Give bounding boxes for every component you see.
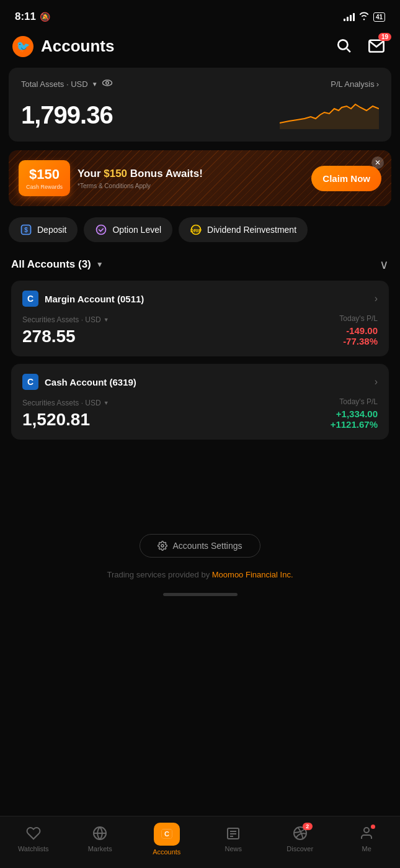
assets-chart bbox=[280, 95, 379, 129]
pl-value-1: +1,334.00 bbox=[331, 409, 378, 419]
account-card-header: C Margin Account (0511) › bbox=[22, 291, 378, 307]
deposit-icon: $ bbox=[20, 224, 32, 236]
total-assets-value: 1,799.36 bbox=[21, 101, 113, 129]
action-row: $ Deposit Option Level DRIP Dividend Rei… bbox=[0, 215, 400, 251]
assets-label-text: Total Assets · USD bbox=[21, 79, 88, 89]
nav-me[interactable]: Me bbox=[348, 826, 385, 852]
discover-badge: 2 bbox=[303, 823, 313, 830]
svg-line-3 bbox=[347, 48, 350, 52]
assets-chevron-icon[interactable]: ▼ bbox=[104, 400, 109, 406]
assets-card: Total Assets · USD ▼ P/L Analysis › 1,79… bbox=[9, 68, 391, 142]
dividend-reinvestment-button[interactable]: DRIP Dividend Reinvestment bbox=[179, 217, 308, 242]
assets-header: Total Assets · USD ▼ P/L Analysis › bbox=[21, 79, 379, 89]
option-level-button[interactable]: Option Level bbox=[84, 217, 172, 242]
app-logo: 🐦 bbox=[12, 36, 33, 57]
svg-point-5 bbox=[102, 80, 112, 86]
assets-label: Securities Assets · USD ▼ bbox=[22, 315, 109, 324]
accounts-dropdown-icon[interactable]: ▼ bbox=[96, 260, 104, 269]
chevron-right-icon: › bbox=[376, 79, 379, 89]
pl-value-2: +1121.67% bbox=[331, 419, 378, 430]
home-indicator bbox=[163, 593, 238, 596]
assets-body: 1,799.36 bbox=[21, 95, 379, 129]
account-logo: C bbox=[22, 291, 38, 307]
account-chevron-icon: › bbox=[375, 293, 378, 304]
svg-point-6 bbox=[105, 81, 109, 84]
footer: Trading services provided by Moomoo Fina… bbox=[0, 570, 400, 589]
svg-point-2 bbox=[338, 40, 347, 49]
securities-assets-value: 1,520.81 bbox=[22, 410, 109, 430]
discover-icon-container: 2 bbox=[293, 826, 308, 843]
footer-link[interactable]: Moomoo Financial Inc. bbox=[212, 570, 293, 579]
account-card-header: C Cash Account (6319) › bbox=[22, 374, 378, 390]
account-name: C Margin Account (0511) bbox=[22, 291, 144, 307]
account-logo: C bbox=[22, 374, 38, 390]
nav-discover[interactable]: 2 Discover bbox=[282, 826, 319, 852]
assets-label: Securities Assets · USD ▼ bbox=[22, 399, 109, 407]
settings-icon bbox=[158, 541, 167, 551]
securities-assets-value: 278.55 bbox=[22, 327, 109, 346]
page-title: Accounts bbox=[41, 37, 114, 56]
search-icon bbox=[336, 37, 352, 53]
close-banner-button[interactable]: ✕ bbox=[371, 156, 384, 169]
bonus-ticket-label: Cash Rewards bbox=[26, 184, 63, 190]
status-time: 8:11 bbox=[15, 11, 36, 23]
svg-point-12 bbox=[161, 545, 164, 547]
mail-button[interactable]: 19 bbox=[365, 35, 388, 57]
svg-point-22 bbox=[364, 828, 369, 833]
bottom-nav: Watchlists Markets C Accounts bbox=[0, 816, 400, 868]
nav-watchlists[interactable]: Watchlists bbox=[15, 826, 52, 852]
status-icons: 41 bbox=[344, 12, 385, 22]
me-icon-container bbox=[359, 826, 374, 843]
news-icon-container bbox=[226, 826, 241, 843]
account-chevron-icon: › bbox=[375, 376, 378, 387]
eye-icon[interactable] bbox=[102, 79, 113, 89]
pl-analysis-link[interactable]: P/L Analysis › bbox=[331, 79, 379, 89]
svg-text:DRIP: DRIP bbox=[190, 228, 202, 233]
currency-chevron-icon[interactable]: ▼ bbox=[92, 81, 98, 88]
collapse-accounts-button[interactable]: ∨ bbox=[380, 257, 389, 272]
pl-label: Today's P/L bbox=[339, 314, 378, 323]
pl-label: Today's P/L bbox=[331, 397, 378, 406]
news-icon bbox=[226, 826, 241, 841]
account-pl: Today's P/L +1,334.00 +1121.67% bbox=[331, 397, 378, 430]
accounts-title: All Accounts (3) ▼ bbox=[11, 258, 104, 271]
nav-discover-label: Discover bbox=[287, 845, 313, 852]
signal-bars bbox=[344, 12, 355, 21]
nav-markets[interactable]: Markets bbox=[81, 826, 118, 852]
watchlists-icon-container bbox=[26, 826, 41, 843]
account-name: C Cash Account (6319) bbox=[22, 374, 136, 390]
accounts-header: All Accounts (3) ▼ ∨ bbox=[11, 257, 389, 272]
account-assets: Securities Assets · USD ▼ 278.55 bbox=[22, 315, 109, 346]
search-button[interactable] bbox=[333, 35, 354, 58]
margin-account-card[interactable]: C Margin Account (0511) › Securities Ass… bbox=[11, 281, 389, 356]
watchlists-icon bbox=[26, 826, 41, 841]
mail-badge: 19 bbox=[378, 33, 391, 41]
nav-accounts[interactable]: C Accounts bbox=[148, 823, 185, 856]
header-right: 19 bbox=[333, 35, 388, 58]
nav-markets-label: Markets bbox=[88, 845, 112, 852]
deposit-button[interactable]: $ Deposit bbox=[9, 217, 78, 242]
pl-value-2: -77.38% bbox=[339, 336, 378, 346]
battery-icon: 41 bbox=[373, 12, 385, 22]
accounts-settings-button[interactable]: Accounts Settings bbox=[140, 534, 260, 558]
account-assets: Securities Assets · USD ▼ 1,520.81 bbox=[22, 399, 109, 430]
markets-icon bbox=[92, 826, 107, 841]
cash-account-card[interactable]: C Cash Account (6319) › Securities Asset… bbox=[11, 364, 389, 440]
bonus-amount: $150 bbox=[26, 166, 63, 183]
svg-marker-7 bbox=[280, 104, 379, 129]
nav-watchlists-label: Watchlists bbox=[18, 845, 49, 852]
bonus-banner: ✕ $150 Cash Rewards Your $150 Bonus Awai… bbox=[9, 150, 391, 206]
nav-news[interactable]: News bbox=[215, 826, 252, 852]
assets-chevron-icon[interactable]: ▼ bbox=[104, 317, 109, 323]
nav-news-label: News bbox=[224, 845, 242, 852]
nav-accounts-label: Accounts bbox=[153, 848, 180, 856]
accounts-icon-container: C bbox=[154, 823, 180, 846]
svg-text:C: C bbox=[164, 830, 169, 838]
account-pl: Today's P/L -149.00 -77.38% bbox=[339, 314, 378, 346]
markets-icon-container bbox=[92, 826, 107, 843]
header-left: 🐦 Accounts bbox=[12, 36, 114, 57]
pl-value-1: -149.00 bbox=[339, 325, 378, 336]
status-bar: 8:11 🔕 41 bbox=[0, 0, 400, 31]
mute-icon: 🔕 bbox=[40, 12, 50, 22]
account-body: Securities Assets · USD ▼ 278.55 Today's… bbox=[22, 314, 378, 346]
